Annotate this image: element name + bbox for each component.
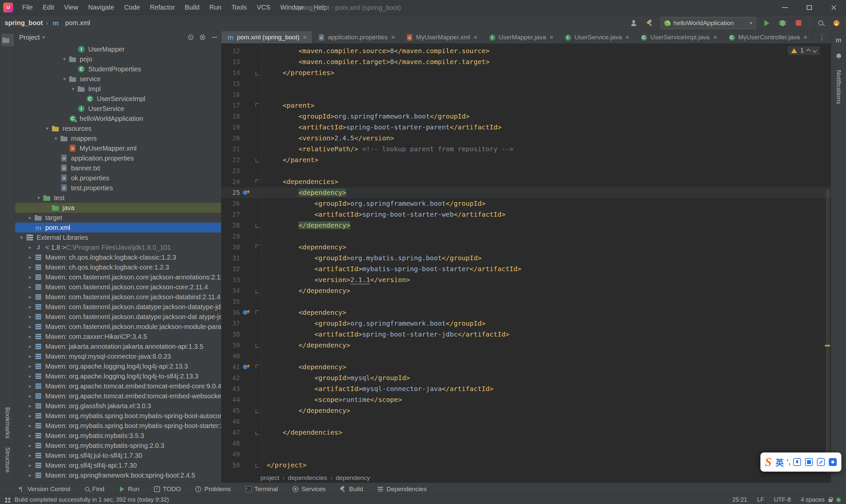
tree-expand-icon[interactable]: ▸ [26,284,34,290]
tree-item-maven-org-apache-logging-log4j-log4j-to-slf4j-2-13-3[interactable]: ▸Maven: org.apache.logging.log4j:log4j-t… [15,371,221,381]
tree-expand-icon[interactable]: ▸ [26,363,34,369]
tree-item-maven-com-fasterxml-jackson-datatype-jackson-dat-atype-jsr310-2-11-4[interactable]: ▸Maven: com.fasterxml.jackson.datatype:j… [15,312,221,322]
close-tab-icon[interactable]: × [625,34,629,41]
code-line-33[interactable]: 33 <version>2.1.1</version> [222,274,831,285]
code-line-31[interactable]: 31 <groupId>org.mybatis.spring.boot</gro… [222,253,831,264]
tree-item-maven-org-apache-logging-log4j-log4j-api-2-13-3[interactable]: ▸Maven: org.apache.logging.log4j:log4j-a… [15,361,221,371]
tree-item-helloworldapplication[interactable]: ChelloWorldApplication [15,114,221,124]
maximize-button[interactable] [797,0,822,15]
tree-collapse-icon[interactable]: ▾ [52,136,60,141]
tree-item-maven-com-fasterxml-jackson-core-jackson-annotations-2-11-4[interactable]: ▸Maven: com.fasterxml.jackson.core:jacks… [15,272,221,282]
tree-expand-icon[interactable]: ▸ [26,245,34,250]
tree-item-maven-org-mybatis-mybatis-3-5-3[interactable]: ▸Maven: org.mybatis:mybatis:3.5.3 [15,431,221,440]
menu-code[interactable]: Code [119,4,145,11]
code-line-44[interactable]: 44 <scope>runtime</scope> [222,394,831,405]
menu-refactor[interactable]: Refactor [145,4,180,11]
editor-tab-application-properties[interactable]: application.properties× [312,31,401,43]
tree-item-maven-org-slf4j-slf4j-api-1-7-30[interactable]: ▸Maven: org.slf4j:slf4j-api:1.7.30 [15,461,221,470]
ime-skin-icon[interactable] [829,458,837,466]
code-line-48[interactable]: 48 [222,438,831,449]
code-line-22[interactable]: 22 </parent> [222,155,831,165]
menu-edit[interactable]: Edit [38,4,59,11]
fold-end-icon[interactable] [255,224,259,228]
fold-end-icon[interactable] [255,431,259,435]
tree-item-maven-org-glassfish-jakarta-el-3-0-3[interactable]: ▸Maven: org.glassfish:jakarta.el:3.0.3 [15,401,221,411]
code-line-21[interactable]: 21 <relativePath/> <!-- lookup parent fr… [222,144,831,155]
close-tab-icon[interactable]: × [303,34,307,41]
code-line-12[interactable]: 12 <maven.compiler.source>8</maven.compi… [222,46,831,56]
code-line-38[interactable]: 38 <artifactId>spring-boot-starter-jdbc<… [222,329,831,340]
tree-expand-icon[interactable]: ▸ [26,452,34,458]
breadcrumb-project[interactable]: spring_boot [5,19,43,27]
tree-item-usermapper[interactable]: IUserMapper [15,44,221,54]
tree-item-maven-jakarta-annotation-jakarta-annotation-api-1-3-5[interactable]: ▸Maven: jakarta.annotation:jakarta.annot… [15,342,221,352]
tree-expand-icon[interactable]: ▸ [26,403,34,409]
ime-grid-icon[interactable] [805,458,813,466]
close-tab-icon[interactable]: × [804,34,807,41]
maven-stripe-button[interactable]: m [832,34,845,46]
sogou-logo-icon[interactable]: S [765,456,772,468]
tree-item-userserviceimpl[interactable]: CUserServiceImpl [15,94,221,104]
tree-item-service[interactable]: ▾service [15,74,221,84]
code-line-39[interactable]: 39 </dependency> [222,340,831,351]
code-line-32[interactable]: 32 <artifactId>mybatis-spring-boot-start… [222,264,831,274]
tree-expand-icon[interactable]: ▸ [26,393,34,399]
fold-start-icon[interactable] [255,245,259,248]
notifications-stripe-button[interactable]: Notifications [835,70,842,104]
close-button[interactable] [822,0,846,15]
tree-collapse-icon[interactable]: ▾ [43,126,52,131]
project-view-select[interactable]: Project [19,34,40,41]
tree-expand-icon[interactable]: ▸ [26,334,34,340]
tree-expand-icon[interactable]: ▸ [26,433,34,438]
code-line-13[interactable]: 13 <maven.compiler.target>8</maven.compi… [222,56,831,67]
code-line-37[interactable]: 37 <groupId>org.springframework.boot</gr… [222,318,831,329]
code-line-50[interactable]: 50</project> [222,460,831,471]
close-tab-icon[interactable]: × [391,34,395,41]
code-line-20[interactable]: 20 <version>2.4.5</version> [222,133,831,144]
line-separator-indicator[interactable]: LF [757,497,764,503]
ime-punctuation-indicator[interactable]: ’, [787,458,791,466]
tree-expand-icon[interactable]: ▸ [26,443,34,449]
tree-item-mappers[interactable]: ▾mappers [15,133,221,143]
hide-panel-icon[interactable] [212,37,217,38]
editor-tab-myusercontroller-java[interactable]: CMyUserController.java× [723,31,813,43]
tree-item-maven-org-springframework-boot-spring-boot-autoconfigure-2-4-5[interactable]: ▸Maven: org.springframework.boot:spring-… [15,480,221,483]
code-line-16[interactable]: 16 [222,89,831,100]
breadcrumb-file[interactable]: mpom.xml [52,19,90,27]
inspections-widget[interactable]: 1 [788,46,819,55]
line-col-indicator[interactable]: 25:21 [732,497,747,503]
menu-view[interactable]: View [59,4,83,11]
fold-start-icon[interactable] [255,179,259,183]
tree-expand-icon[interactable]: ▸ [26,324,34,330]
tool-window-button-run[interactable]: Run [119,486,139,493]
tree-item-maven-com-fasterxml-jackson-core-jackson-core-2-11-4[interactable]: ▸Maven: com.fasterxml.jackson.core:jacks… [15,282,221,292]
fold-end-icon[interactable] [255,72,259,75]
code-line-29[interactable]: 29 [222,231,831,242]
code-line-24[interactable]: 24 <dependencies> [222,176,831,187]
code-line-41[interactable]: 41 <dependency> [222,362,831,373]
close-tab-icon[interactable]: × [474,34,477,41]
tool-window-button-build[interactable]: Build [340,486,363,493]
project-stripe-button[interactable] [1,34,14,46]
tree-item-myusermapper-xml[interactable]: MyUserMapper.xml [15,143,221,153]
code-line-34[interactable]: 34 </dependency> [222,285,831,296]
code-line-45[interactable]: 45 </dependency> [222,405,831,416]
tree-collapse-icon[interactable]: ▾ [60,76,69,82]
tree-expand-icon[interactable]: ▸ [26,274,34,280]
tree-item-maven-org-apache-tomcat-embed-tomcat-embed-core-9-0-45[interactable]: ▸Maven: org.apache.tomcat.embed:tomcat-e… [15,381,221,391]
fold-start-icon[interactable] [255,310,259,314]
tree-item-resources[interactable]: ▾resources [15,124,221,133]
code-line-30[interactable]: 30 <dependency> [222,242,831,253]
locate-file-icon[interactable] [188,35,193,40]
microphone-icon[interactable] [793,458,801,466]
minimize-button[interactable] [773,0,797,15]
debug-button[interactable] [778,18,788,28]
menu-vcs[interactable]: VCS [252,4,275,11]
fold-end-icon[interactable] [255,159,259,162]
tool-window-button-dependencies[interactable]: Dependencies [377,486,426,493]
code-line-40[interactable]: 40 [222,351,831,362]
editor-tab-userserviceimpl-java[interactable]: CUserServiceImpl.java× [635,31,723,43]
tree-expand-icon[interactable]: ▸ [26,304,34,310]
tree-item-pojo[interactable]: ▾pojo [15,54,221,64]
tree-item-maven-ch-qos-logback-logback-classic-1-2-3[interactable]: ▸Maven: ch.qos.logback:logback-classic:1… [15,252,221,262]
